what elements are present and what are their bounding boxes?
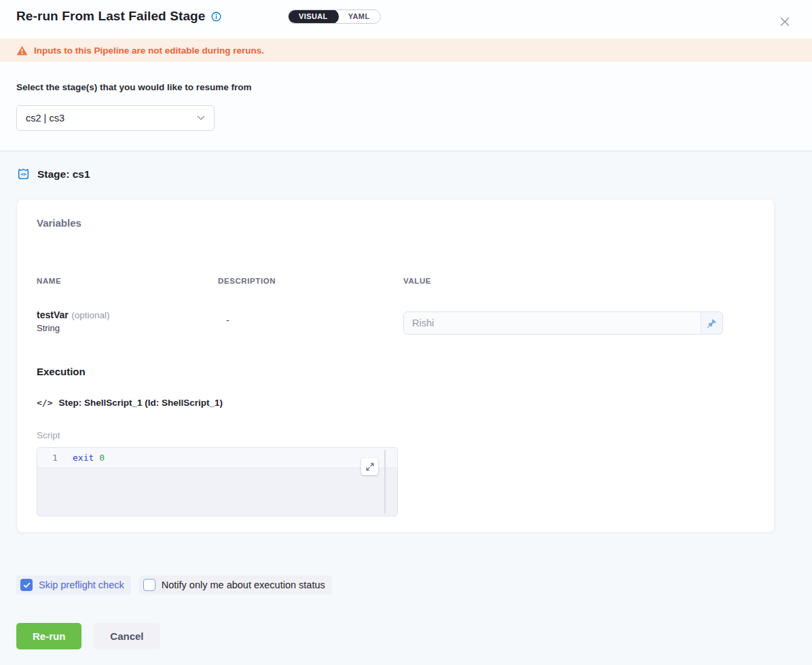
column-header-value: VALUE xyxy=(403,277,431,285)
skip-preflight-option[interactable]: Skip preflight check xyxy=(16,575,131,594)
rerun-button[interactable]: Re-run xyxy=(16,623,81,649)
dialog-footer: Re-run Cancel xyxy=(16,623,160,649)
warning-banner: Inputs to this Pipeline are not editable… xyxy=(0,39,812,62)
rerun-dialog: Re-run From Last Failed Stage VISUAL YAM… xyxy=(0,0,812,665)
script-label: Script xyxy=(37,430,60,440)
notify-me-label: Notify only me about execution status xyxy=(162,580,325,590)
stage-select-value: cs2 | cs3 xyxy=(26,113,64,124)
step-label: Step: ShellScript_1 (Id: ShellScript_1) xyxy=(58,398,223,408)
chevron-down-icon xyxy=(197,115,205,121)
code-value: 0 xyxy=(99,453,105,463)
expand-icon[interactable] xyxy=(361,458,378,475)
column-header-description: DESCRIPTION xyxy=(218,277,276,285)
visual-yaml-toggle: VISUAL YAML xyxy=(288,10,381,24)
execution-title: Execution xyxy=(37,366,86,377)
step-row: </> Step: ShellScript_1 (Id: ShellScript… xyxy=(37,398,223,408)
stage-select-section: Select the stage(s) that you would like … xyxy=(0,62,812,151)
dialog-header: Re-run From Last Failed Stage VISUAL YAM… xyxy=(0,0,812,39)
info-icon[interactable] xyxy=(211,12,221,22)
skip-preflight-checkbox[interactable] xyxy=(20,579,33,591)
close-icon[interactable] xyxy=(779,16,791,28)
variable-value-field xyxy=(403,311,723,335)
variable-type: String xyxy=(37,323,109,333)
options-row: Skip preflight check Notify only me abou… xyxy=(16,575,332,594)
editor-line: 1 exit 0 xyxy=(37,448,397,468)
cancel-button[interactable]: Cancel xyxy=(94,623,160,649)
stage-select-dropdown[interactable]: cs2 | cs3 xyxy=(16,105,215,131)
stage-select-label: Select the stage(s) that you would like … xyxy=(16,82,252,92)
variables-title: Variables xyxy=(37,217,81,229)
editor-scrollbar[interactable] xyxy=(384,450,386,514)
stage-inputs-card: Variables NAME DESCRIPTION VALUE testVar… xyxy=(16,199,775,533)
svg-text:<>: <> xyxy=(20,172,26,177)
toggle-yaml[interactable]: YAML xyxy=(338,10,380,23)
notify-me-option[interactable]: Notify only me about execution status xyxy=(139,575,332,594)
column-header-name: NAME xyxy=(37,277,61,285)
variable-description-cell: - xyxy=(226,315,229,326)
script-editor[interactable]: 1 exit 0 xyxy=(37,447,398,516)
variable-name-cell: testVar (optional) String xyxy=(37,309,109,333)
stage-heading: <> Stage: cs1 xyxy=(16,167,90,181)
variable-value-input[interactable] xyxy=(404,312,701,334)
toggle-visual[interactable]: VISUAL xyxy=(288,10,339,24)
code-icon: </> xyxy=(37,398,52,408)
dialog-title: Re-run From Last Failed Stage xyxy=(16,9,205,24)
code-keyword: exit xyxy=(73,453,94,463)
custom-stage-icon: <> xyxy=(16,167,31,181)
stage-heading-text: Stage: cs1 xyxy=(37,168,90,180)
variable-optional-note: (optional) xyxy=(71,310,109,320)
notify-me-checkbox[interactable] xyxy=(143,579,155,591)
pin-icon[interactable] xyxy=(701,312,722,334)
warning-icon xyxy=(16,45,28,56)
line-number: 1 xyxy=(37,453,73,463)
skip-preflight-label: Skip preflight check xyxy=(39,580,124,590)
warning-message: Inputs to this Pipeline are not editable… xyxy=(34,45,264,56)
variable-name: testVar xyxy=(37,309,69,320)
